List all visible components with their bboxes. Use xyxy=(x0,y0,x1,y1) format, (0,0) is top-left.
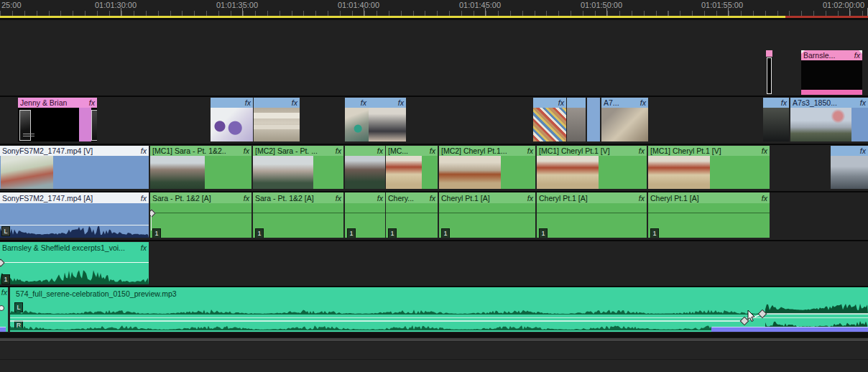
clip-cheryl-audio-1[interactable]: Chery... fx 1 xyxy=(386,192,438,238)
clip-header: Cheryl Pt.1 [A] fx xyxy=(537,192,647,203)
fx-icon[interactable]: fx xyxy=(377,147,383,155)
fx-icon[interactable]: fx xyxy=(244,147,249,155)
fx-icon[interactable]: fx xyxy=(860,98,866,107)
clip-keyboard-typing[interactable]: fx xyxy=(369,98,406,141)
volume-rubber-band[interactable] xyxy=(10,287,868,332)
clip-music-tail[interactable]: fx xyxy=(0,287,8,332)
channel-badge: 1 xyxy=(255,228,264,238)
clip-mc1-cheryl-video[interactable]: [MC1] Cheryl Pt.1 [V] fx xyxy=(537,146,647,189)
clip-label: Cheryl Pt.1 [A] xyxy=(441,194,490,203)
fx-icon[interactable]: fx xyxy=(639,194,645,203)
volume-line[interactable] xyxy=(439,213,535,213)
clip-office[interactable]: fx xyxy=(345,98,369,141)
fx-icon[interactable]: fx xyxy=(1,288,7,297)
keyframe-diamond[interactable] xyxy=(0,259,5,266)
clip-thumbnail xyxy=(439,156,501,189)
burned-in-text xyxy=(23,134,34,137)
clip-thumbnail xyxy=(345,108,369,141)
channel-badge: 1 xyxy=(1,274,10,284)
clip-header: Barnsle... fx xyxy=(801,50,862,60)
clip-mc-cheryl-video[interactable]: [MC... fx xyxy=(386,146,438,189)
keyframe-circle[interactable] xyxy=(0,305,4,311)
fx-icon[interactable]: fx xyxy=(245,98,251,107)
fx-icon[interactable]: fx xyxy=(336,147,341,155)
clip-sonyfs7-audio[interactable]: SonyFS7M2_1747.mp4 [A] fx L xyxy=(0,192,149,238)
fx-icon[interactable]: fx xyxy=(762,194,767,203)
clip-sara-closeup-video[interactable]: fx xyxy=(345,146,385,189)
fx-icon[interactable]: fx xyxy=(527,147,533,155)
clip-barnsley-title[interactable]: Barnsle... fx xyxy=(801,50,862,95)
clip-sara-audio-2[interactable]: Sara - Pt. 1&2 [A] fx 1 xyxy=(253,192,343,238)
clip-footer-bar xyxy=(801,90,862,95)
clip-a7s3-landscape[interactable]: A7s3_1850... fx xyxy=(790,98,868,141)
fx-icon[interactable]: fx xyxy=(292,98,297,107)
clip-header: [MC... fx xyxy=(386,146,438,156)
volume-line[interactable] xyxy=(648,213,770,213)
clip-mc1-sara-video[interactable]: [MC1] Sara - Pt. 1&2.. fx xyxy=(150,146,251,189)
fx-icon[interactable]: fx xyxy=(430,147,435,155)
volume-line[interactable] xyxy=(386,213,438,213)
bottom-blue-bar[interactable] xyxy=(711,327,868,332)
fade-handle[interactable] xyxy=(859,50,862,54)
channel-badge: 1 xyxy=(152,228,161,238)
clip-sara-audio[interactable]: Sara - Pt. 1&2 [A] fx 1 xyxy=(150,192,251,238)
audio-waveform xyxy=(0,267,149,284)
clip-thumbnail xyxy=(533,108,566,141)
clip-mc2-cheryl-video[interactable]: [MC2] Cheryl Pt.1... fx xyxy=(439,146,535,189)
fx-icon[interactable]: fx xyxy=(244,194,249,203)
bottom-blue-bar[interactable] xyxy=(0,327,6,332)
fx-icon[interactable]: fx xyxy=(377,194,383,203)
clip-sara-audio-3[interactable]: fx 1 xyxy=(345,192,385,238)
clip-jenny-brian[interactable]: Jenny & Brian fx xyxy=(18,98,97,141)
clip-thin-graphic[interactable] xyxy=(766,50,772,95)
fx-icon[interactable]: fx xyxy=(141,147,147,155)
volume-line[interactable] xyxy=(345,213,385,213)
clip-cheryl-audio-3[interactable]: Cheryl Pt.1 [A] fx 1 xyxy=(537,192,647,238)
fx-icon[interactable]: fx xyxy=(639,147,645,155)
clip-music-preview[interactable]: 574_full_serene-celebration_0150_preview… xyxy=(10,287,868,332)
clip-a7[interactable]: A7... fx xyxy=(601,98,648,141)
clip-thumbnail xyxy=(567,108,586,141)
fx-icon[interactable]: fx xyxy=(640,98,646,107)
clip-header xyxy=(766,50,772,57)
channel-badge: 1 xyxy=(388,228,397,238)
fx-icon[interactable]: fx xyxy=(860,147,866,155)
clip-mc2-sara-video[interactable]: [MC2] Sara - Pt. ... fx xyxy=(253,146,343,189)
clip-cheryl-audio-2[interactable]: Cheryl Pt.1 [A] fx 1 xyxy=(439,192,535,238)
fx-icon[interactable]: fx xyxy=(762,147,767,155)
clip-label: Chery... xyxy=(388,194,414,203)
volume-line[interactable] xyxy=(0,262,149,263)
fx-icon[interactable]: fx xyxy=(781,98,787,107)
clip-body xyxy=(767,57,772,94)
clip-thumbnail xyxy=(386,156,422,189)
clip-header: Barnsley & Sheffield excerpts1_voi... fx xyxy=(0,242,149,253)
clip-sonyfs7-video[interactable]: SonyFS7M2_1747.mp4 [V] fx xyxy=(0,146,149,189)
volume-line[interactable] xyxy=(253,213,343,213)
fx-icon[interactable]: fx xyxy=(398,98,404,107)
fx-icon[interactable]: fx xyxy=(558,98,564,107)
clip-we-sign[interactable]: fx xyxy=(211,98,253,141)
fx-icon[interactable]: fx xyxy=(336,194,341,203)
volume-line[interactable] xyxy=(150,213,251,213)
fx-icon[interactable]: fx xyxy=(361,98,366,107)
fx-icon[interactable]: fx xyxy=(89,98,95,107)
clip-thumbnail xyxy=(790,108,851,141)
clip-road-dark[interactable]: fx xyxy=(763,98,789,141)
clip-cityscape[interactable]: fx xyxy=(831,146,868,189)
fx-icon[interactable]: fx xyxy=(141,194,147,203)
clip-cheryl-audio-4[interactable]: Cheryl Pt.1 [A] fx 1 xyxy=(648,192,770,238)
fx-icon[interactable]: fx xyxy=(430,194,435,203)
clip-mc1-cheryl-video-2[interactable]: [MC1] Cheryl Pt.1 [V] fx xyxy=(648,146,770,189)
clip-noticeboard[interactable]: fx xyxy=(533,98,566,141)
fx-icon[interactable]: fx xyxy=(141,243,147,252)
clip-header: fx xyxy=(211,98,253,108)
clip-solid-blue[interactable] xyxy=(587,98,600,141)
timeline-ruler[interactable]: 25:00 01:01:30:00 01:01:35:00 01:01:40:0… xyxy=(0,0,868,16)
fx-icon[interactable]: fx xyxy=(527,194,533,203)
volume-line[interactable] xyxy=(537,213,647,213)
clip-blurred[interactable] xyxy=(567,98,586,141)
clip-label: [MC2] Cheryl Pt.1... xyxy=(441,147,507,155)
fade-handle[interactable] xyxy=(801,50,805,54)
clip-third-floor-sign[interactable]: fx xyxy=(254,98,300,141)
clip-barnsley-voiceover[interactable]: Barnsley & Sheffield excerpts1_voi... fx… xyxy=(0,242,149,284)
